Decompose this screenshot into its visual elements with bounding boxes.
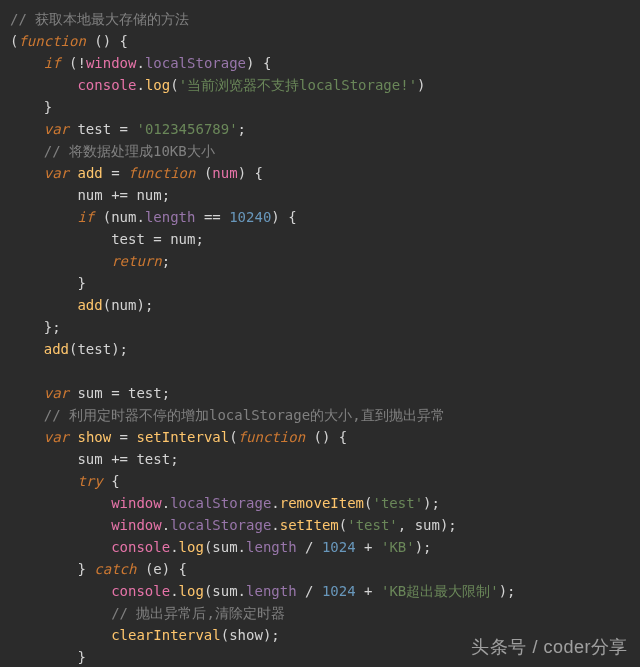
- code-line: console.log(sum.length / 1024 + 'KB');: [10, 539, 432, 555]
- code-line: }: [10, 99, 52, 115]
- code-line: num += num;: [10, 187, 170, 203]
- code-line: window.localStorage.setItem('test', sum)…: [10, 517, 457, 533]
- code-line: add(num);: [10, 297, 153, 313]
- code-line: // 抛出异常后,清除定时器: [10, 605, 285, 621]
- code-line: var sum = test;: [10, 385, 170, 401]
- code-line: var show = setInterval(function () {: [10, 429, 347, 445]
- code-block: // 获取本地最大存储的方法 (function () { if (!windo…: [0, 0, 640, 667]
- code-line: (function () {: [10, 33, 128, 49]
- code-line: return;: [10, 253, 170, 269]
- code-line: // 获取本地最大存储的方法: [10, 11, 189, 27]
- code-line: // 利用定时器不停的增加localStorage的大小,直到抛出异常: [10, 407, 445, 423]
- code-line: window.localStorage.removeItem('test');: [10, 495, 440, 511]
- code-line: test = num;: [10, 231, 204, 247]
- code-line: if (!window.localStorage) {: [10, 55, 271, 71]
- code-line: // 将数据处理成10KB大小: [10, 143, 215, 159]
- code-line: console.log('当前浏览器不支持localStorage!'): [10, 77, 426, 93]
- code-line: var add = function (num) {: [10, 165, 263, 181]
- code-line: };: [10, 319, 61, 335]
- code-line: } catch (e) {: [10, 561, 187, 577]
- code-line: add(test);: [10, 341, 128, 357]
- code-line: try {: [10, 473, 120, 489]
- code-line: }: [10, 275, 86, 291]
- code-line: var test = '0123456789';: [10, 121, 246, 137]
- code-line: if (num.length == 10240) {: [10, 209, 297, 225]
- code-line: clearInterval(show);: [10, 627, 280, 643]
- code-line: console.log(sum.length / 1024 + 'KB超出最大限…: [10, 583, 516, 599]
- code-line: sum += test;: [10, 451, 179, 467]
- code-line: }: [10, 649, 86, 665]
